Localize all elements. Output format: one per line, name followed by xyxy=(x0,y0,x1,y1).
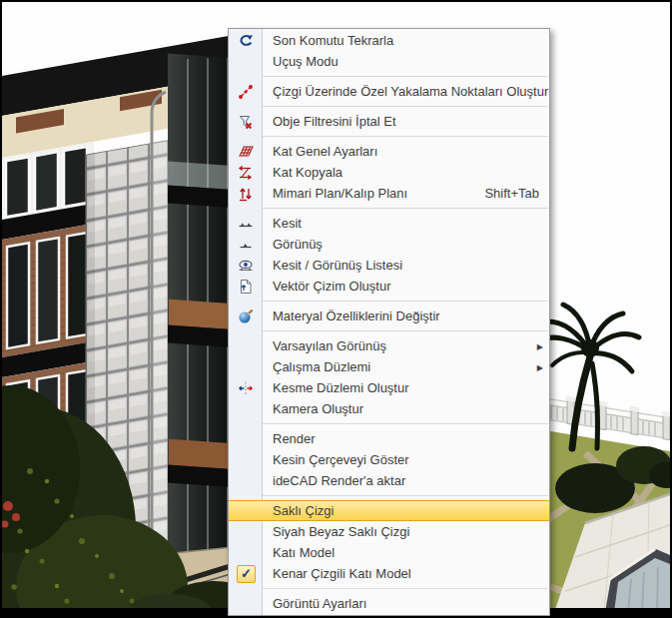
cut-plane-icon xyxy=(237,379,255,397)
menu-item-kesit[interactable]: Kesit xyxy=(229,213,549,234)
menu-shortcut: Shift+Tab xyxy=(484,186,541,201)
icon-spacer xyxy=(237,430,255,448)
menu-item-label: Siyah Beyaz Saklı Çizgi xyxy=(273,524,409,539)
menu-item-sakli-cizgi[interactable]: Saklı Çizgi xyxy=(229,500,549,521)
glass-facade xyxy=(168,54,232,616)
elevation-icon xyxy=(237,236,255,254)
app-window: Son Komutu TekrarlaUçuş ModuÇizgi Üzerin… xyxy=(0,0,672,618)
menu-item-siyah-beyaz-sakli-cizgi[interactable]: Siyah Beyaz Saklı Çizgi xyxy=(229,521,549,542)
menu-separator xyxy=(229,204,549,213)
menu-separator xyxy=(229,297,549,306)
menu-item-obje-filtresini-iptal-et[interactable]: Obje Filtresini İptal Et xyxy=(229,111,549,132)
menu-separator xyxy=(229,72,549,81)
menu-item-label: Kesit xyxy=(273,216,302,231)
menu-separator xyxy=(229,584,549,593)
menu-separator xyxy=(229,102,549,111)
redo-icon xyxy=(237,32,255,50)
menu-item-kat-genel-ayarlari[interactable]: Kat Genel Ayarları xyxy=(229,141,549,162)
menu-item-kati-model[interactable]: Katı Model xyxy=(229,542,549,563)
submenu-arrow-icon: ▶ xyxy=(537,341,543,350)
context-menu: Son Komutu TekrarlaUçuş ModuÇizgi Üzerin… xyxy=(228,28,550,616)
menu-item-label: Kat Kopyala xyxy=(273,165,342,180)
floor-copy-icon xyxy=(237,164,255,182)
menu-item-calisma-duzlemi[interactable]: Çalışma Düzlemi▶ xyxy=(229,356,549,377)
context-menu-items: Son Komutu TekrarlaUçuş ModuÇizgi Üzerin… xyxy=(229,30,549,614)
menu-item-kenar-cizgili-kati-model[interactable]: ✓Kenar Çizgili Katı Model xyxy=(229,563,549,584)
material-icon xyxy=(237,308,255,325)
menu-item-label: Materyal Özelliklerini Değiştir xyxy=(273,309,440,323)
menu-item-label: Uçuş Modu xyxy=(273,54,338,69)
menu-item-kesme-duzlemi-olustur[interactable]: Kesme Düzlemi Oluştur xyxy=(229,377,549,398)
menu-item-label: Çalışma Düzlemi xyxy=(273,359,370,374)
icon-spacer xyxy=(237,472,255,490)
menu-item-label: Katı Model xyxy=(273,545,335,560)
submenu-arrow-icon: ▶ xyxy=(537,362,543,371)
icon-spacer xyxy=(237,53,255,71)
menu-separator xyxy=(229,491,549,500)
menu-item-goruntu-ayarlari[interactable]: Görüntü Ayarları xyxy=(229,593,549,614)
icon-spacer xyxy=(237,337,255,355)
icon-spacer xyxy=(237,523,255,541)
menu-item-label: Çizgi Üzerinde Özel Yakalama Noktaları O… xyxy=(273,84,548,99)
menu-item-idecad-rendera-aktar[interactable]: ideCAD Render'a aktar xyxy=(229,470,549,491)
menu-item-ucus-modu[interactable]: Uçuş Modu xyxy=(229,51,549,72)
menu-item-cizgi-uzerinde-ozel-yakalama-noktalari-olustur[interactable]: Çizgi Üzerinde Özel Yakalama Noktaları O… xyxy=(229,81,549,102)
snap-points-icon xyxy=(237,83,255,101)
checkmark-icon: ✓ xyxy=(237,565,256,583)
menu-item-label: Kesit / Görünüş Listesi xyxy=(273,258,402,273)
menu-item-mimari-plan-kalip-plani[interactable]: Mimari Plan/Kalıp PlanıShift+Tab xyxy=(229,183,549,204)
menu-item-label: Vektör Çizim Oluştur xyxy=(273,279,390,294)
icon-spacer xyxy=(237,400,255,418)
vector-drawing-icon xyxy=(237,278,255,296)
section-list-icon xyxy=(237,257,255,275)
icon-spacer xyxy=(237,595,255,613)
filter-cancel-icon xyxy=(237,113,255,131)
menu-item-label: Kenar Çizgili Katı Model xyxy=(273,566,411,581)
menu-separator xyxy=(229,326,549,335)
icon-spacer xyxy=(237,502,255,520)
menu-item-gorunus[interactable]: Görünüş xyxy=(229,234,549,255)
menu-item-vektor-cizim-olustur[interactable]: Vektör Çizim Oluştur xyxy=(229,276,549,297)
menu-separator xyxy=(229,132,549,141)
menu-item-label: Görüntü Ayarları xyxy=(273,596,366,611)
icon-spacer xyxy=(237,451,255,469)
menu-item-kat-kopyala[interactable]: Kat Kopyala xyxy=(229,162,549,183)
menu-item-label: Kesin Çerçeveyi Göster xyxy=(273,452,409,467)
menu-item-label: Mimari Plan/Kalıp Planı xyxy=(273,186,407,201)
menu-separator xyxy=(229,419,549,428)
menu-item-label: Varsayılan Görünüş xyxy=(273,338,386,353)
menu-item-render[interactable]: Render xyxy=(229,428,549,449)
section-icon xyxy=(237,215,255,233)
menu-item-kamera-olustur[interactable]: Kamera Oluştur xyxy=(229,398,549,419)
menu-item-label: Görünüş xyxy=(273,237,323,252)
menu-item-kesin-cerceveyi-goster[interactable]: Kesin Çerçeveyi Göster xyxy=(229,449,549,470)
menu-item-label: Kesme Düzlemi Oluştur xyxy=(273,380,409,395)
menu-item-label: ideCAD Render'a aktar xyxy=(273,473,405,488)
menu-item-materyal-ozelliklerini-degistir[interactable]: Materyal Özelliklerini Değiştir xyxy=(229,306,549,326)
menu-item-son-komutu-tekrarla[interactable]: Son Komutu Tekrarla xyxy=(229,30,549,51)
menu-item-label: Obje Filtresini İptal Et xyxy=(273,114,396,129)
menu-item-label: Son Komutu Tekrarla xyxy=(273,33,393,48)
menu-item-label: Saklı Çizgi xyxy=(273,503,334,518)
plan-switch-icon xyxy=(237,185,255,203)
icon-spacer xyxy=(237,544,255,562)
menu-item-kesit-gorunus-listesi[interactable]: Kesit / Görünüş Listesi xyxy=(229,255,549,276)
menu-item-label: Render xyxy=(273,431,316,446)
menu-item-label: Kat Genel Ayarları xyxy=(273,144,377,159)
icon-spacer xyxy=(237,358,255,376)
menu-item-varsayilan-gorunus[interactable]: Varsayılan Görünüş▶ xyxy=(229,335,549,356)
menu-item-label: Kamera Oluştur xyxy=(273,401,363,416)
floor-settings-icon xyxy=(237,143,255,161)
